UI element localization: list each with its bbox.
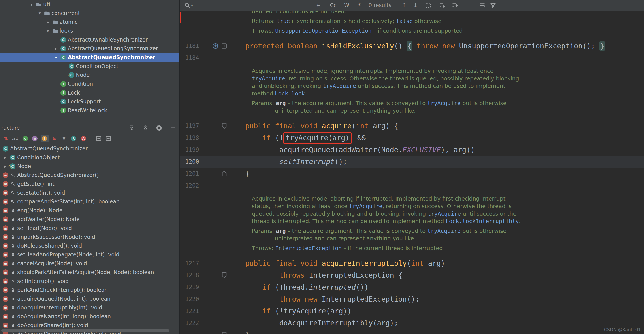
settings-gear-button[interactable] [156,124,163,131]
regex-button[interactable]: * [358,0,361,11]
chevron-right-icon[interactable]: ▸ [53,46,59,51]
editor-gutter[interactable] [180,107,226,115]
doc-text[interactable]: Params: arg – the acquire argument. This… [226,100,644,107]
editor-gutter[interactable]: 1222 [180,317,226,329]
show-non-public-button[interactable] [50,135,58,142]
code-text[interactable]: } [226,329,644,334]
find-in-selection-button[interactable] [425,0,431,11]
editor-gutter[interactable] [180,235,226,242]
next-occurrence-button[interactable]: ↓ [413,0,418,11]
structure-item[interactable]: mshouldParkAfterFailedAcquire(Node, Node… [0,268,180,277]
project-tree-item[interactable]: ▸CAbstractQueuedLongSynchronizer [0,44,180,53]
code-text[interactable]: public final void acquireInterruptibly(i… [226,257,644,269]
structure-item[interactable]: mdoReleaseShared(): void [0,241,180,250]
chevron-down-icon[interactable]: ▾ [37,11,42,16]
show-anonymous-classes-button[interactable]: A [80,135,88,142]
overridden-marker-icon[interactable] [212,43,219,50]
filter-options-button[interactable] [479,0,486,11]
doc-text[interactable]: status, then invoking at least once tryA… [226,203,644,210]
structure-item[interactable]: maddWaiter(Node): Node [0,215,180,224]
editor-gutter[interactable]: 1202 [180,180,226,192]
structure-item[interactable]: mparkAndCheckInterrupt(): boolean [0,286,180,294]
project-tree-item[interactable]: ▾locks [0,27,180,35]
structure-item[interactable]: ▸CConditionObject [0,153,180,162]
previous-occurrence-button[interactable]: ↑ [402,0,406,11]
structure-item[interactable]: mdoAcquireInterruptibly(int): void [0,303,180,312]
project-tree-item[interactable]: ▾concurrent [0,9,180,18]
project-tree-item[interactable]: IReadWriteLock [0,106,180,115]
editor-gutter[interactable]: 1181 [180,40,226,52]
structure-item[interactable]: menq(Node): Node [0,206,180,215]
doc-text[interactable]: Throws: InterruptedException – if the cu… [226,244,644,252]
code-text[interactable]: acquireQueued(addWaiter(Node.EXCLUSIVE),… [226,144,644,156]
expand-doc-toggle-icon[interactable] [221,43,228,50]
newline-toggle-button[interactable]: ↵ [316,0,321,11]
doc-text[interactable]: and unblocking, invoking tryAcquire unti… [226,82,644,90]
match-case-button[interactable]: Cc [330,0,336,11]
structure-item[interactable]: macquireQueued(Node, int): boolean [0,294,180,303]
structure-item[interactable]: mcancelAcquire(Node): void [0,259,180,268]
editor-gutter[interactable]: 1201 [180,168,226,180]
structure-item[interactable]: munparkSuccessor(Node): void [0,233,180,241]
project-tree-item[interactable]: CConditionObject [0,62,180,71]
chevron-right-icon[interactable]: ▸ [3,155,8,160]
structure-item[interactable]: mdoAcquireNanos(int, long): boolean [0,312,180,321]
project-tree-item[interactable]: ILock [0,88,180,97]
doc-text[interactable]: Throws: UnsupportedOperationException – … [226,27,644,35]
code-text[interactable]: selfInterrupt(); [226,156,644,168]
chevron-down-icon[interactable]: ▾ [45,28,51,34]
editor-gutter[interactable] [180,227,226,235]
show-lambdas-button[interactable]: λ [70,135,78,142]
editor-gutter[interactable] [180,329,226,334]
code-text[interactable]: throw new InterruptedException(); [226,293,644,305]
autoscroll-to-source-button[interactable] [95,135,103,142]
code-text[interactable] [226,180,644,192]
filter-results-button[interactable] [490,0,496,11]
editor-gutter[interactable] [180,90,226,97]
editor-gutter[interactable] [180,195,226,203]
editor-gutter[interactable]: 1221 [180,305,226,317]
structure-item[interactable]: msetHeadAndPropagate(Node, int): void [0,250,180,259]
code-text[interactable]: doAcquireInterruptibly(arg); [226,317,644,329]
code-text[interactable]: throws InterruptedException { [226,269,644,281]
chevron-right-icon[interactable]: ▸ [45,20,51,25]
editor-gutter[interactable] [180,210,226,218]
hide-panel-button[interactable] [169,124,176,131]
doc-text[interactable]: Acquires in exclusive mode, aborting if … [226,195,644,203]
doc-text[interactable]: tryAcquire, returning on success. Otherw… [226,75,644,82]
project-tree-item[interactable]: ▾util [0,0,180,9]
editor-gutter[interactable] [180,18,226,25]
editor-gutter[interactable]: 1184 [180,52,226,64]
code-text[interactable] [226,52,644,64]
doc-text[interactable]: thread is interrupted. This method can b… [226,218,644,225]
whole-words-button[interactable]: W [344,0,349,11]
project-tree-item[interactable]: ▾CAbstractQueuedSynchronizer [0,53,180,62]
code-editor[interactable]: defined if conditions are not used.Retur… [180,11,644,334]
remove-occurrence-button[interactable] [452,0,458,11]
structure-item[interactable]: mgetState(): int [0,180,180,188]
editor-gutter[interactable]: 1199 [180,144,226,156]
code-text[interactable]: public final void acquire(int arg) { [226,120,644,132]
doc-text[interactable]: Acquires in exclusive mode, ignoring int… [226,67,644,75]
sort-alphabetically-button[interactable]: a↓ [12,135,20,142]
doc-text[interactable]: method Lock.lock. [226,90,644,97]
structure-item[interactable]: mdoAcquireShared(int): void [0,321,180,330]
show-fields-button[interactable]: f [40,135,48,142]
show-properties-button[interactable]: p [31,135,39,142]
project-tree-item[interactable]: ICondition [0,80,180,88]
structure-item[interactable]: msetHead(Node): void [0,224,180,233]
structure-item[interactable]: ▸CNode [0,162,180,171]
editor-gutter[interactable] [180,100,226,107]
editor-gutter[interactable] [180,67,226,75]
horizontal-scrollbar[interactable] [1,329,170,332]
chevron-right-icon[interactable]: ▸ [3,164,8,169]
add-occurrence-button[interactable] [439,0,445,11]
editor-gutter[interactable] [180,75,226,82]
group-by-hierarchy-button[interactable]: Y [60,135,68,142]
fold-region-start-icon[interactable] [221,331,228,334]
show-classes-button[interactable]: c [21,135,29,142]
doc-text[interactable]: uninterpreted and can represent anything… [226,235,644,242]
editor-gutter[interactable] [180,218,226,225]
editor-gutter[interactable]: 1218 [180,269,226,281]
search-history-button[interactable]: ▾ [184,0,193,11]
